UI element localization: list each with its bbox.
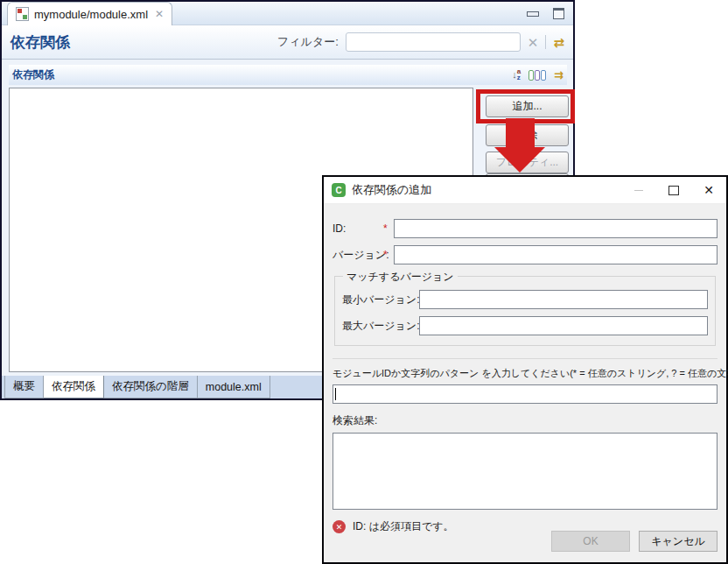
search-results-label: 検索結果:: [332, 413, 718, 428]
id-field[interactable]: [394, 219, 718, 238]
dialog-button-bar: OK キャンセル: [551, 531, 718, 552]
editor-tab-title: mymodule/module.xml: [34, 8, 148, 21]
cancel-button[interactable]: キャンセル: [639, 531, 718, 552]
callout-arrow-icon: [494, 147, 545, 173]
section-toolbar: ↓ a z ⇉: [512, 69, 564, 81]
screenshot-stage: mymodule/module.xml ✕ 依存関係 フィルター: ✕ ⇄ 依存…: [0, 0, 728, 564]
filter-input[interactable]: [346, 32, 521, 52]
min-version-field[interactable]: [419, 290, 708, 309]
search-results-list[interactable]: [332, 433, 718, 510]
page-title: 依存関係: [10, 32, 70, 53]
tab-module-xml-source[interactable]: module.xml: [198, 376, 270, 398]
max-version-label: 最大バージョン:: [342, 319, 419, 334]
pattern-input[interactable]: [332, 384, 718, 404]
error-icon: ✕: [332, 520, 346, 533]
filter-label: フィルター:: [277, 34, 339, 50]
form-header: 依存関係 フィルター: ✕ ⇄: [2, 25, 573, 60]
tab-close-icon[interactable]: ✕: [155, 8, 164, 20]
minimize-icon[interactable]: [527, 11, 539, 17]
callout-arrow-shaft: [506, 118, 535, 148]
filter-group: フィルター: ✕ ⇄: [277, 32, 564, 52]
id-required-marker: *: [383, 222, 394, 235]
max-version-field[interactable]: [419, 316, 708, 335]
editor-tab-bar: mymodule/module.xml ✕: [2, 2, 573, 25]
maximize-icon[interactable]: [553, 8, 564, 19]
dialog-body: ID: * バージョン: * マッチするバージョン 最小バージョン: 最大バージ…: [324, 204, 726, 534]
min-version-label: 最小バージョン:: [342, 293, 419, 307]
show-columns-icon[interactable]: [528, 70, 546, 81]
error-message: ID: は必須項目です。: [353, 519, 454, 534]
sort-alphabetically-icon[interactable]: ↓ a z: [512, 69, 521, 81]
add-dependency-dialog: C 依存関係の追加 ✕ ID: * バージョン: * マッチするバージョン: [322, 175, 728, 564]
version-label: バージョン:: [332, 248, 383, 263]
version-required-marker: *: [383, 249, 394, 261]
section-title: 依存関係: [12, 67, 54, 82]
dialog-maximize-icon[interactable]: [656, 177, 691, 203]
tab-dependency-hierarchy[interactable]: 依存関係の階層: [104, 376, 198, 398]
version-field[interactable]: [394, 245, 718, 264]
ok-button[interactable]: OK: [551, 531, 630, 552]
editor-tab-module-xml[interactable]: mymodule/module.xml ✕: [7, 2, 172, 25]
dialog-window-controls: ✕: [621, 177, 726, 203]
dialog-close-icon[interactable]: ✕: [691, 177, 726, 203]
module-file-icon: [16, 7, 29, 21]
dependencies-section-header: 依存関係 ↓ a z ⇉: [9, 65, 567, 85]
dialog-titlebar[interactable]: C 依存関係の追加 ✕: [324, 177, 726, 204]
tab-dependencies[interactable]: 依存関係: [44, 376, 104, 398]
dialog-title: 依存関係の追加: [352, 182, 431, 198]
link-with-editor-icon[interactable]: ⇄: [553, 36, 564, 49]
matching-version-group: マッチするバージョン 最小バージョン: 最大バージョン:: [334, 276, 716, 346]
id-label: ID:: [332, 222, 383, 235]
tab-overview[interactable]: 概要: [4, 376, 44, 398]
pattern-instruction: モジュールIDか文字列のパターン を入力してください(* = 任意のストリング,…: [332, 367, 718, 380]
dialog-app-icon: C: [332, 183, 346, 197]
toolbar-separator: [545, 35, 546, 49]
expand-all-icon[interactable]: ⇉: [554, 69, 564, 81]
matching-version-group-title: マッチするバージョン: [343, 270, 458, 285]
dialog-minimize-icon[interactable]: [621, 177, 656, 203]
view-window-controls: [527, 8, 564, 19]
section-divider: [332, 358, 718, 359]
clear-filter-icon[interactable]: ✕: [528, 36, 539, 49]
text-caret: [335, 388, 336, 400]
